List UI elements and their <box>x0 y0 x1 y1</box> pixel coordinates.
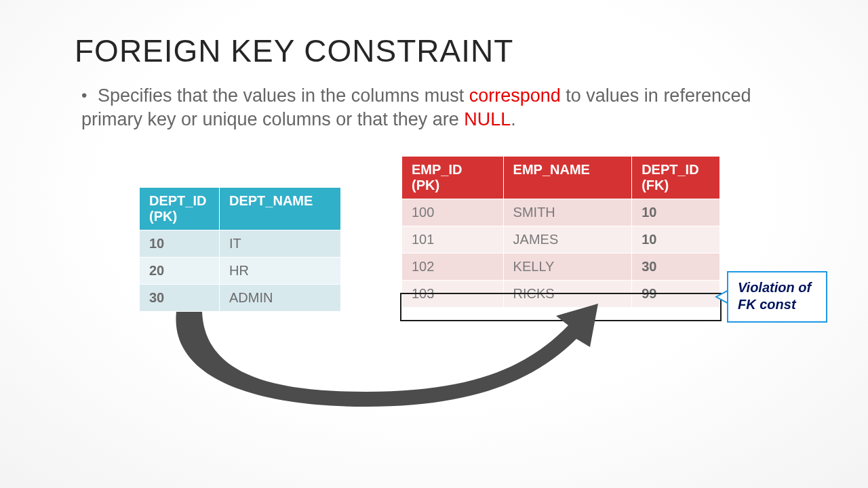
callout-line: Violation of <box>738 280 811 295</box>
table-row: 102 KELLY 30 <box>402 253 720 281</box>
table-header-row: EMP_ID (PK) EMP_NAME DEPT_ID (FK) <box>402 157 720 199</box>
table-row: 101 JAMES 10 <box>402 226 720 253</box>
cell-emp-name: RICKS <box>503 281 632 308</box>
cell-dept-fk: 10 <box>632 226 720 253</box>
cell-emp-id: 101 <box>402 226 504 253</box>
callout-line: FK const <box>738 297 796 312</box>
cell-dept-id: 10 <box>140 230 220 258</box>
cell-dept-name: HR <box>220 258 341 285</box>
col-header: DEPT_ID (PK) <box>140 188 220 230</box>
table-row: 100 SMITH 10 <box>402 199 720 226</box>
cell-emp-name: KELLY <box>503 253 632 281</box>
violation-callout: Violation of FK const <box>727 271 827 323</box>
col-header: EMP_ID (PK) <box>402 157 504 199</box>
col-header: DEPT_ID (FK) <box>632 157 720 199</box>
table-row: 10 IT <box>140 230 341 258</box>
cell-dept-id: 20 <box>140 258 220 285</box>
table-row: 30 ADMIN <box>140 285 341 312</box>
table-row: 20 HR <box>140 258 341 285</box>
cell-dept-id: 30 <box>140 285 220 312</box>
cell-emp-id: 100 <box>402 199 504 226</box>
col-header: EMP_NAME <box>503 157 632 199</box>
cell-emp-id: 103 <box>402 281 504 308</box>
table-row: 103 RICKS 99 <box>402 281 720 308</box>
cell-dept-name: ADMIN <box>220 285 341 312</box>
cell-dept-fk: 30 <box>632 253 720 281</box>
emp-table: EMP_ID (PK) EMP_NAME DEPT_ID (FK) 100 SM… <box>401 156 720 308</box>
col-header: DEPT_NAME <box>220 188 341 230</box>
cell-dept-fk: 99 <box>632 281 720 308</box>
dept-table: DEPT_ID (PK) DEPT_NAME 10 IT 20 HR 30 AD… <box>139 187 341 312</box>
cell-emp-name: SMITH <box>503 199 632 226</box>
cell-emp-name: JAMES <box>503 226 632 253</box>
cell-dept-name: IT <box>220 230 341 258</box>
diagram-area: DEPT_ID (PK) DEPT_NAME 10 IT 20 HR 30 AD… <box>0 0 868 488</box>
cell-dept-fk: 10 <box>632 199 720 226</box>
cell-emp-id: 102 <box>402 253 504 281</box>
table-header-row: DEPT_ID (PK) DEPT_NAME <box>140 188 341 230</box>
